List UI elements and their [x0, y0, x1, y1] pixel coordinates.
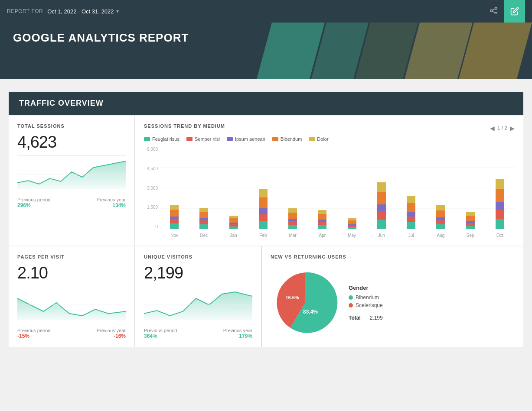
total-sessions-value: 4,623 — [17, 133, 126, 152]
new-vs-returning-title: NEW VS RETURNING USERS — [271, 254, 515, 259]
dropdown-chevron-icon: ▾ — [116, 8, 119, 14]
bar-segment — [229, 227, 238, 229]
legend-color — [272, 137, 278, 141]
section-header: TRAFFIC OVERVIEW — [9, 92, 523, 115]
x-axis-label: Mar — [278, 233, 307, 238]
bar-stack[interactable] — [170, 205, 179, 229]
uv-prev-period-label: Previous period — [144, 328, 177, 333]
date-range-text: Oct 1, 2022 - Oct 31, 2022 — [47, 8, 114, 15]
bar-stack[interactable] — [348, 218, 356, 229]
bar-segment — [318, 222, 326, 225]
chart-prev-button[interactable]: ◀ — [490, 125, 495, 132]
bar-segment — [259, 197, 268, 208]
page-title: GOOGLE ANALYTICS REPORT — [13, 31, 519, 45]
y-axis: 6,000 4,500 3,000 1,500 0 — [144, 147, 160, 229]
pie-total: Total 2,199 — [349, 312, 383, 321]
pie-chart: 83.4% 16.6% — [271, 268, 340, 337]
pie-legend-bibendum: Bibendum — [349, 294, 383, 301]
chart-next-button[interactable]: ▶ — [510, 125, 515, 132]
total-sessions-card: TOTAL SESSIONS 4,623 Previous period — [9, 116, 134, 246]
top-cards-row: TOTAL SESSIONS 4,623 Previous period — [9, 116, 523, 246]
bar-segment — [407, 212, 415, 217]
pages-per-visit-value: 2.10 — [17, 264, 126, 282]
bar-segment — [199, 208, 208, 212]
sessions-trend-title: SESSIONS TREND BY MEDIUM — [144, 123, 225, 129]
bibendum-label: Bibendum — [356, 294, 379, 301]
uv-prev-year-val: 179% — [223, 333, 252, 339]
bar-segment — [229, 218, 238, 223]
bottom-cards-row: PAGES PER VISIT 2.10 Previous period -15… — [9, 246, 523, 347]
bar-chart: 6,000 4,500 3,000 1,500 0 NovDecJanFebMa… — [144, 147, 515, 238]
x-axis-label: Oct — [485, 233, 515, 238]
new-vs-returning-card: NEW VS RETURNING USERS 83.4% 16.6% Gende… — [262, 246, 523, 347]
bar-segment — [170, 219, 179, 223]
bar-segment — [288, 225, 297, 229]
bar-segment — [496, 219, 504, 229]
bar-segment — [318, 214, 326, 220]
bar-stack[interactable] — [466, 212, 475, 229]
bar-segment — [407, 196, 415, 203]
bar-stack[interactable] — [288, 208, 297, 229]
pie-legend-scelerisque: Scelerisque — [349, 302, 383, 308]
bar-segment — [496, 189, 504, 202]
prev-period-label: Previous period — [17, 197, 50, 202]
bar-stack[interactable] — [259, 189, 268, 229]
legend-label: Feugiat risus — [152, 136, 180, 142]
bar-stack[interactable] — [407, 196, 415, 229]
scelerisque-label: Scelerisque — [356, 302, 383, 308]
x-axis-label: Apr — [307, 233, 337, 238]
bar-segment — [170, 210, 179, 217]
bar-stack[interactable] — [199, 208, 208, 229]
x-axis-label: Feb — [248, 233, 278, 238]
ppv-prev-year-val: -16% — [97, 333, 126, 339]
x-axis-label: Jul — [396, 233, 426, 238]
bar-segment — [436, 220, 445, 224]
bar-segment — [436, 217, 445, 220]
page-body: TRAFFIC OVERVIEW TOTAL SESSIONS 4,623 — [0, 79, 532, 360]
bar-segment — [377, 220, 386, 229]
total-sessions-title: TOTAL SESSIONS — [17, 123, 126, 129]
bar-stack[interactable] — [229, 216, 238, 229]
bar-segment — [318, 225, 326, 229]
x-axis-label: May — [337, 233, 367, 238]
x-axis-label: Jun — [367, 233, 396, 238]
bar-segment — [436, 205, 445, 210]
pages-per-visit-footer: Previous period -15% Previous year -16% — [17, 328, 126, 339]
unique-visitors-chart — [144, 290, 252, 320]
uv-prev-period-val: 364% — [144, 333, 177, 339]
prev-year-label: Previous year — [97, 197, 126, 202]
unique-visitors-value: 2,199 — [144, 264, 252, 282]
pages-per-visit-title: PAGES PER VISIT — [17, 254, 126, 259]
bar-segment — [377, 182, 386, 192]
top-bar-right — [485, 0, 525, 23]
edit-icon — [510, 7, 519, 16]
edit-button[interactable] — [504, 0, 525, 23]
share-button[interactable] — [485, 4, 503, 19]
bar-segment — [199, 220, 208, 224]
scelerisque-dot — [349, 303, 353, 307]
bar-segment — [466, 216, 475, 221]
bar-segment — [377, 204, 386, 211]
legend-label: Dolor — [317, 136, 328, 142]
legend-label: Bibendum — [281, 136, 302, 142]
bar-segment — [170, 205, 179, 210]
svg-point-1 — [495, 12, 497, 14]
chart-legend: Feugiat risusSemper nisiIpsum aeneanBibe… — [144, 136, 515, 142]
total-sessions-footer: Previous period 296% Previous year 134% — [17, 197, 126, 208]
bar-stack[interactable] — [377, 182, 386, 229]
bar-stack[interactable] — [496, 179, 504, 229]
bar-group — [278, 147, 307, 229]
date-range-selector[interactable]: Oct 1, 2022 - Oct 31, 2022 ▾ — [47, 8, 119, 15]
svg-text:83.4%: 83.4% — [303, 309, 318, 315]
bar-segment — [259, 189, 268, 197]
page-header: GOOGLE ANALYTICS REPORT — [0, 23, 532, 79]
uv-prev-year-label: Previous year — [223, 328, 252, 333]
bar-group — [426, 147, 455, 229]
bar-stack[interactable] — [436, 205, 445, 229]
bar-group — [337, 147, 367, 229]
ppv-prev-year-label: Previous year — [97, 328, 126, 333]
bar-group — [396, 147, 426, 229]
bar-stack[interactable] — [318, 210, 326, 229]
bar-group — [248, 147, 278, 229]
bar-segment — [377, 211, 386, 220]
